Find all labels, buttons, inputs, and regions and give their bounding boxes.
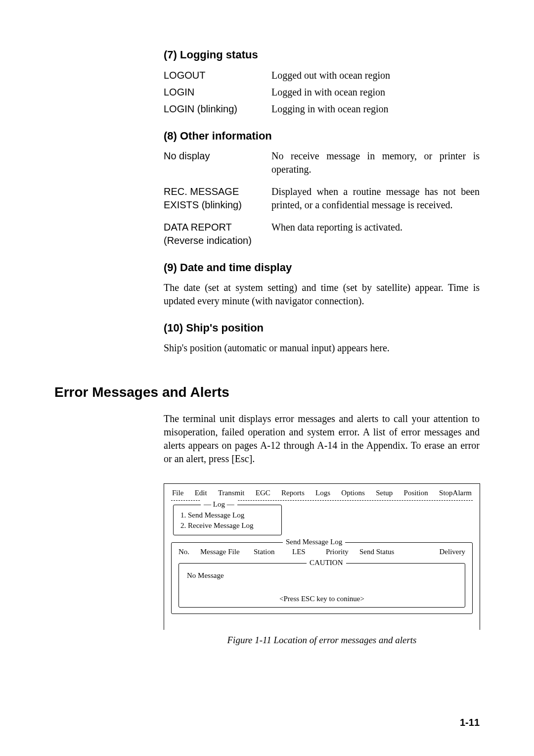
- menu-item: File: [172, 489, 183, 497]
- term: LOGOUT: [164, 68, 271, 82]
- col-header: Message File: [200, 548, 250, 556]
- figure-send-message-log-panel: Send Message Log No. Message File Statio…: [171, 542, 473, 614]
- figure-terminal-screenshot: File Edit Transmit EGC Reports Logs Opti…: [164, 483, 480, 630]
- col-header: Priority: [326, 548, 356, 556]
- desc: Displayed when a routine message has not…: [271, 185, 480, 212]
- other-info-row: DATA REPORT (Reverse indication) When da…: [164, 221, 480, 247]
- desc: Logging in with ocean region: [271, 102, 480, 116]
- other-info-row: REC. MESSAGE EXISTS (blinking) Displayed…: [164, 185, 480, 212]
- figure-log-dropdown: — Log — 1. Send Message Log 2. Receive M…: [173, 505, 282, 535]
- desc: Logged in with ocean region: [271, 85, 480, 99]
- page-number: 1-11: [460, 717, 480, 728]
- section10-heading: (10) Ship's position: [164, 322, 480, 334]
- menu-item: Position: [404, 489, 428, 497]
- errors-body: The terminal unit displays error message…: [164, 412, 480, 466]
- menu-item: StopAlarm: [439, 489, 472, 497]
- col-header: LES: [292, 548, 322, 556]
- menu-item: Edit: [195, 489, 207, 497]
- desc: Logged out with ocean region: [271, 68, 480, 82]
- desc: When data reporting is activated.: [271, 221, 480, 234]
- figure-menu-row: File Edit Transmit EGC Reports Logs Opti…: [171, 489, 473, 499]
- errors-heading: Error Messages and Alerts: [54, 384, 480, 400]
- figure-sml-headers: No. Message File Station LES Priority Se…: [178, 548, 465, 556]
- figure-sml-legend: Send Message Log: [283, 538, 345, 546]
- logging-row: LOGIN (blinking) Logging in with ocean r…: [164, 102, 480, 116]
- col-header: Delivery: [408, 548, 465, 556]
- term: LOGIN: [164, 85, 271, 99]
- other-info-row: No display No receive message in memory,…: [164, 149, 480, 176]
- menu-item: Options: [341, 489, 365, 497]
- menu-item: Transmit: [218, 489, 245, 497]
- desc: No receive message in memory, or printer…: [271, 149, 480, 176]
- logging-row: LOGIN Logged in with ocean region: [164, 85, 480, 99]
- figure-log-legend: — Log —: [201, 500, 237, 509]
- term: DATA REPORT (Reverse indication): [164, 221, 271, 247]
- section9-body: The date (set at system setting) and tim…: [164, 281, 480, 308]
- col-header: No.: [178, 548, 196, 556]
- menu-item: Logs: [315, 489, 330, 497]
- figure-caption: Figure 1-11 Location of error messages a…: [164, 635, 480, 646]
- section7-heading: (7) Logging status: [164, 48, 480, 61]
- figure-log-item: 2. Receive Message Log: [180, 520, 274, 531]
- figure-esc-hint: <Press ESC key to coninue>: [186, 580, 458, 603]
- menu-item: Setup: [376, 489, 393, 497]
- figure-caution-box: CAUTION No Message <Press ESC key to con…: [178, 563, 465, 608]
- menu-item: EGC: [256, 489, 270, 497]
- logging-row: LOGOUT Logged out with ocean region: [164, 68, 480, 82]
- term: REC. MESSAGE EXISTS (blinking): [164, 185, 271, 212]
- section9-heading: (9) Date and time display: [164, 261, 480, 274]
- term: No display: [164, 149, 271, 163]
- col-header: Send Status: [359, 548, 404, 556]
- menu-item: Reports: [281, 489, 305, 497]
- figure-log-item: 1. Send Message Log: [180, 510, 274, 520]
- section10-body: Ship's position (automatic or manual inp…: [164, 341, 480, 355]
- term: LOGIN (blinking): [164, 102, 271, 116]
- col-header: Station: [254, 548, 288, 556]
- figure-no-message: No Message: [186, 568, 458, 580]
- section8-heading: (8) Other information: [164, 130, 480, 142]
- figure-caution-legend: CAUTION: [307, 559, 346, 567]
